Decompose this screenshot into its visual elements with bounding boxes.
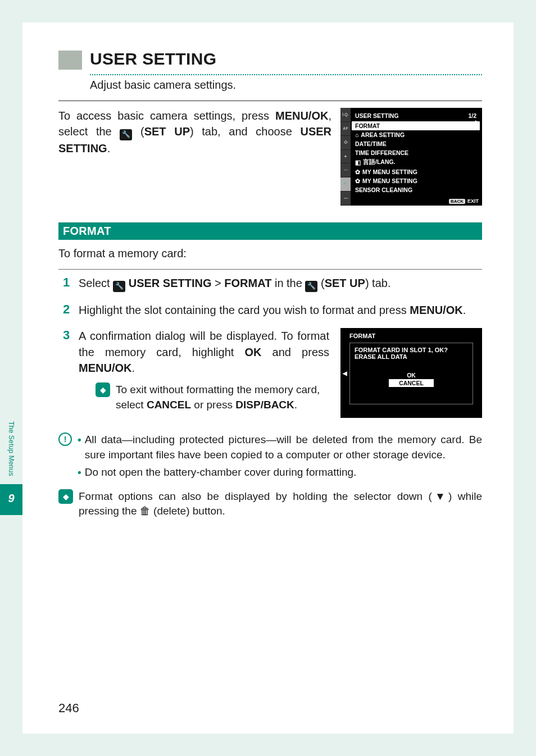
heading-underline (90, 74, 482, 75)
heading-block-icon (58, 51, 82, 70)
dlg-line1: FORMAT CARD IN SLOT 1, OK? (355, 347, 468, 353)
setup-tab-icon: 🔧 (340, 177, 351, 192)
cam-item: TIME DIFFERENCE (352, 148, 480, 157)
page-subtitle: Adjust basic camera settings. (90, 79, 482, 92)
dlg-line2: ERASE ALL DATA (355, 353, 468, 360)
tip-icon: ◆ (58, 489, 73, 504)
side-tab: The Setup Menus 9 (0, 410, 22, 515)
step-1: 1 Select 🔧 USER SETTING > FORMAT in the … (63, 275, 482, 292)
divider (58, 101, 482, 101)
cam-item: ◧ 言語/LANG. (352, 157, 480, 167)
side-tab-number: 9 (0, 484, 22, 515)
cam-page: 1/2 (468, 112, 476, 119)
cam-item: ✿ MY MENU SETTING (352, 167, 480, 176)
dlg-ok: OK (355, 371, 468, 379)
divider (58, 269, 482, 270)
warning-icon: ! (58, 432, 72, 446)
page-heading: USER SETTING (58, 49, 482, 70)
page-number: 246 (58, 701, 79, 716)
cam-item: ⌂ AREA SETTING (352, 130, 480, 139)
section-heading-format: FORMAT (58, 222, 482, 240)
page: USER SETTING Adjust basic camera setting… (22, 22, 514, 734)
format-intro: To format a memory card: (58, 245, 482, 261)
chevron-left-icon: ◀ (343, 370, 347, 376)
side-tab-label: The Setup Menus (7, 410, 15, 484)
chevron-right-icon: ▶ (475, 119, 480, 125)
cam-item: ✿ MY MENU SETTING (352, 176, 480, 185)
cam-title: USER SETTING (355, 112, 399, 119)
format-dialog-screenshot: ◀ FORMAT FORMAT CARD IN SLOT 1, OK? ERAS… (340, 328, 482, 418)
tip-exit-formatting: ◆ To exit without formatting the memory … (96, 382, 329, 412)
page-title: USER SETTING (90, 49, 216, 70)
wrench-icon: 🔧 (120, 129, 132, 140)
dlg-title: FORMAT (349, 333, 473, 339)
cam-item: DATE/TIME (352, 139, 480, 148)
camera-menu-screenshot: I.Q. AF ⯎ ✦ ⋯ 🔧 〰 USER SETTING 1/2 ▶ FOR… (340, 108, 482, 206)
trash-icon: 🗑 (140, 505, 151, 517)
cam-item: SENSOR CLEANING (352, 185, 480, 194)
step-3: 3 A confirmation dialog will be displaye… (63, 328, 482, 418)
tip-icon: ◆ (96, 382, 110, 397)
step-2: 2 Highlight the slot containing the card… (63, 302, 482, 318)
tip-format-shortcut: ◆ Format options can also be displayed b… (58, 489, 482, 518)
wrench-icon: 🔧 (305, 281, 317, 292)
warning-block: ! All data—including protected pictures—… (58, 432, 482, 480)
wrench-icon: 🔧 (113, 281, 125, 292)
access-paragraph: To access basic camera settings, press M… (58, 108, 331, 156)
cam-footer: BACKEXIT (449, 198, 479, 204)
cam-item-format: FORMAT (352, 121, 480, 130)
dlg-cancel: CANCEL (389, 379, 434, 387)
